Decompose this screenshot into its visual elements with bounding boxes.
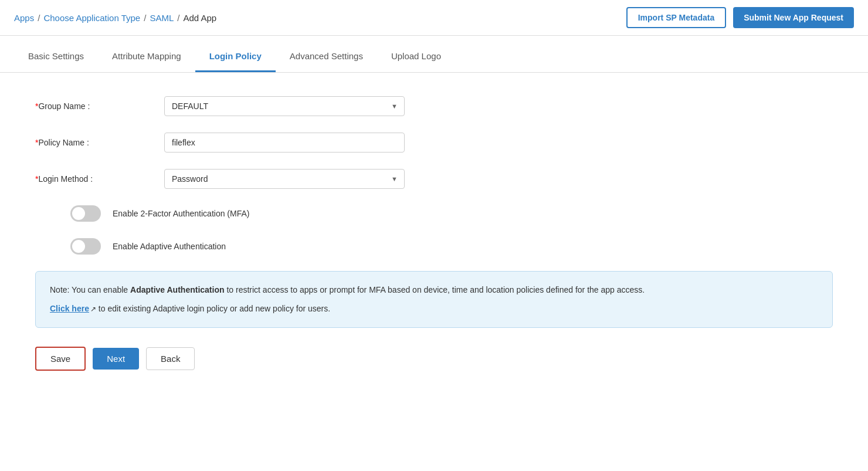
main-content: *Group Name : DEFAULT Group 1 Group 2 *P… bbox=[0, 73, 868, 394]
breadcrumb: Apps / Choose Application Type / SAML / … bbox=[14, 13, 216, 23]
adaptive-toggle[interactable] bbox=[70, 238, 101, 255]
mfa-slider bbox=[70, 205, 101, 222]
adaptive-slider bbox=[70, 238, 101, 255]
login-method-row: *Login Method : Password OTP SSO bbox=[35, 169, 833, 189]
note-text: Note: You can enable Adaptive Authentica… bbox=[50, 283, 818, 296]
breadcrumb-choose-app-type[interactable]: Choose Application Type bbox=[43, 13, 140, 23]
breadcrumb-sep-3: / bbox=[177, 13, 179, 23]
header-buttons: Import SP Metadata Submit New App Reques… bbox=[626, 7, 854, 28]
submit-new-app-request-button[interactable]: Submit New App Request bbox=[733, 7, 854, 28]
adaptive-toggle-row: Enable Adaptive Authentication bbox=[35, 238, 833, 255]
note-link-suffix: to edit existing Adaptive login policy o… bbox=[96, 304, 330, 313]
note-bold: Adaptive Authentication bbox=[130, 285, 225, 294]
breadcrumb-saml[interactable]: SAML bbox=[150, 13, 174, 23]
page-header: Apps / Choose Application Type / SAML / … bbox=[0, 0, 868, 36]
tab-login-policy[interactable]: Login Policy bbox=[195, 42, 276, 72]
tab-attribute-mapping[interactable]: Attribute Mapping bbox=[98, 42, 195, 72]
tab-advanced-settings[interactable]: Advanced Settings bbox=[276, 42, 377, 72]
group-name-select-wrapper: DEFAULT Group 1 Group 2 bbox=[164, 96, 405, 116]
mfa-toggle-label: Enable 2-Factor Authentication (MFA) bbox=[113, 209, 249, 218]
adaptive-auth-note: Note: You can enable Adaptive Authentica… bbox=[35, 271, 833, 328]
breadcrumb-current: Add App bbox=[183, 13, 216, 23]
back-button[interactable]: Back bbox=[146, 347, 195, 370]
policy-name-label: *Policy Name : bbox=[35, 138, 164, 147]
click-here-link[interactable]: Click here bbox=[50, 304, 89, 313]
breadcrumb-apps[interactable]: Apps bbox=[14, 13, 34, 23]
group-name-select[interactable]: DEFAULT Group 1 Group 2 bbox=[164, 96, 405, 116]
login-method-select-wrapper: Password OTP SSO bbox=[164, 169, 405, 189]
policy-name-input[interactable] bbox=[164, 133, 405, 153]
note-link-paragraph: Click here↗ to edit existing Adaptive lo… bbox=[50, 302, 818, 315]
breadcrumb-sep-1: / bbox=[38, 13, 40, 23]
breadcrumb-sep-2: / bbox=[144, 13, 146, 23]
next-button[interactable]: Next bbox=[93, 348, 139, 370]
group-name-row: *Group Name : DEFAULT Group 1 Group 2 bbox=[35, 96, 833, 116]
mfa-toggle-row: Enable 2-Factor Authentication (MFA) bbox=[35, 205, 833, 222]
login-method-select[interactable]: Password OTP SSO bbox=[164, 169, 405, 189]
policy-name-row: *Policy Name : bbox=[35, 133, 833, 153]
login-method-label: *Login Method : bbox=[35, 174, 164, 184]
adaptive-toggle-label: Enable Adaptive Authentication bbox=[113, 242, 226, 251]
group-name-label: *Group Name : bbox=[35, 101, 164, 111]
import-sp-metadata-button[interactable]: Import SP Metadata bbox=[626, 7, 726, 28]
tab-basic-settings[interactable]: Basic Settings bbox=[14, 42, 98, 72]
tab-bar: Basic Settings Attribute Mapping Login P… bbox=[0, 42, 868, 73]
action-buttons: Save Next Back bbox=[35, 347, 833, 371]
save-button[interactable]: Save bbox=[35, 347, 86, 371]
mfa-toggle[interactable] bbox=[70, 205, 101, 222]
tab-upload-logo[interactable]: Upload Logo bbox=[377, 42, 455, 72]
external-link-icon: ↗ bbox=[90, 305, 96, 313]
